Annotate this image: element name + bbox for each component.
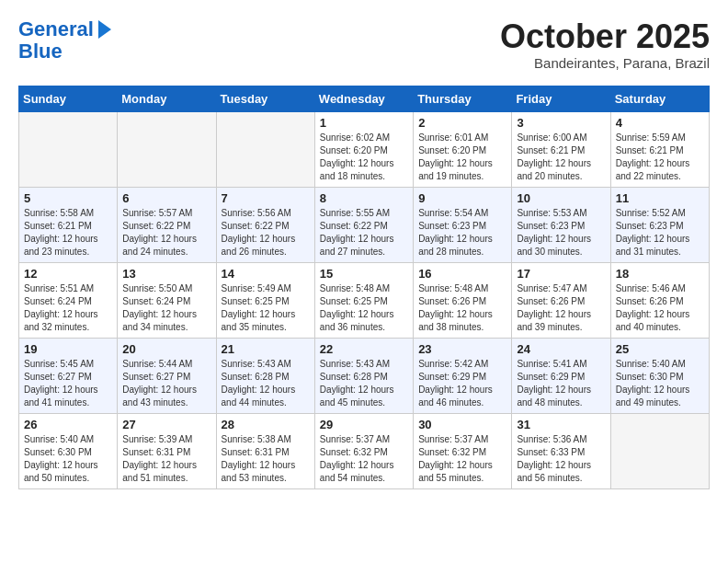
table-row: 14Sunrise: 5:49 AM Sunset: 6:25 PM Dayli… [216, 262, 314, 338]
day-number: 28 [222, 418, 310, 431]
month-title: October 2025 [500, 18, 710, 55]
logo-text-line1: General [18, 18, 94, 40]
table-row: 6Sunrise: 5:57 AM Sunset: 6:22 PM Daylig… [118, 187, 216, 262]
day-number: 29 [320, 418, 408, 431]
table-row: 8Sunrise: 5:55 AM Sunset: 6:22 PM Daylig… [314, 187, 413, 262]
location-subtitle: Bandeirantes, Parana, Brazil [500, 55, 710, 71]
table-row: 18Sunrise: 5:46 AM Sunset: 6:26 PM Dayli… [610, 262, 709, 338]
day-info: Sunrise: 5:42 AM Sunset: 6:29 PM Dayligh… [418, 358, 506, 409]
header-friday: Friday [512, 86, 610, 111]
day-info: Sunrise: 6:00 AM Sunset: 6:21 PM Dayligh… [517, 132, 605, 183]
day-number: 6 [122, 191, 210, 205]
day-number: 17 [517, 267, 605, 281]
day-info: Sunrise: 5:51 AM Sunset: 6:24 PM Dayligh… [24, 282, 112, 334]
table-row: 13Sunrise: 5:50 AM Sunset: 6:24 PM Dayli… [118, 262, 216, 338]
table-row: 2Sunrise: 6:01 AM Sunset: 6:20 PM Daylig… [414, 111, 512, 187]
day-info: Sunrise: 5:50 AM Sunset: 6:24 PM Dayligh… [122, 282, 210, 334]
header-monday: Monday [118, 86, 216, 111]
day-info: Sunrise: 6:02 AM Sunset: 6:20 PM Dayligh… [320, 132, 408, 183]
table-row: 12Sunrise: 5:51 AM Sunset: 6:24 PM Dayli… [19, 262, 118, 338]
table-row: 1Sunrise: 6:02 AM Sunset: 6:20 PM Daylig… [314, 111, 413, 187]
calendar-week-row: 5Sunrise: 5:58 AM Sunset: 6:21 PM Daylig… [19, 187, 710, 262]
header-saturday: Saturday [610, 86, 709, 111]
day-info: Sunrise: 5:58 AM Sunset: 6:21 PM Dayligh… [24, 207, 112, 259]
table-row: 19Sunrise: 5:45 AM Sunset: 6:27 PM Dayli… [19, 338, 118, 413]
table-row: 23Sunrise: 5:42 AM Sunset: 6:29 PM Dayli… [414, 338, 512, 413]
table-row: 5Sunrise: 5:58 AM Sunset: 6:21 PM Daylig… [19, 187, 118, 262]
day-info: Sunrise: 5:39 AM Sunset: 6:31 PM Dayligh… [122, 433, 210, 485]
day-number: 23 [418, 342, 506, 356]
calendar-week-row: 1Sunrise: 6:02 AM Sunset: 6:20 PM Daylig… [19, 111, 710, 187]
day-info: Sunrise: 5:44 AM Sunset: 6:27 PM Dayligh… [122, 358, 210, 409]
day-number: 16 [418, 267, 506, 281]
day-number: 20 [122, 342, 210, 356]
weekday-header-row: Sunday Monday Tuesday Wednesday Thursday… [19, 86, 710, 111]
day-info: Sunrise: 5:48 AM Sunset: 6:25 PM Dayligh… [320, 282, 408, 334]
header-tuesday: Tuesday [216, 86, 314, 111]
day-number: 25 [616, 342, 704, 356]
day-number: 10 [517, 191, 605, 205]
day-info: Sunrise: 5:43 AM Sunset: 6:28 PM Dayligh… [320, 358, 408, 409]
day-info: Sunrise: 5:40 AM Sunset: 6:30 PM Dayligh… [616, 358, 704, 409]
day-number: 22 [320, 342, 408, 356]
header-sunday: Sunday [19, 86, 118, 111]
day-number: 11 [616, 191, 704, 205]
day-number: 14 [222, 267, 310, 281]
logo: General Blue [18, 18, 111, 63]
table-row: 30Sunrise: 5:37 AM Sunset: 6:32 PM Dayli… [414, 413, 512, 488]
day-info: Sunrise: 5:37 AM Sunset: 6:32 PM Dayligh… [320, 433, 408, 485]
table-row: 9Sunrise: 5:54 AM Sunset: 6:23 PM Daylig… [414, 187, 512, 262]
table-row [610, 413, 709, 488]
day-number: 21 [222, 342, 310, 356]
day-info: Sunrise: 5:36 AM Sunset: 6:33 PM Dayligh… [517, 433, 605, 485]
day-number: 31 [517, 418, 605, 431]
table-row: 3Sunrise: 6:00 AM Sunset: 6:21 PM Daylig… [512, 111, 610, 187]
day-info: Sunrise: 5:59 AM Sunset: 6:21 PM Dayligh… [616, 132, 704, 183]
day-number: 13 [122, 267, 210, 281]
calendar-table: Sunday Monday Tuesday Wednesday Thursday… [18, 86, 710, 489]
day-number: 30 [418, 418, 506, 431]
day-info: Sunrise: 5:37 AM Sunset: 6:32 PM Dayligh… [418, 433, 506, 485]
day-info: Sunrise: 5:56 AM Sunset: 6:22 PM Dayligh… [222, 207, 310, 259]
day-number: 27 [122, 418, 210, 431]
logo-text-line2: Blue [18, 40, 63, 63]
day-info: Sunrise: 5:54 AM Sunset: 6:23 PM Dayligh… [418, 207, 506, 259]
day-info: Sunrise: 5:57 AM Sunset: 6:22 PM Dayligh… [122, 207, 210, 259]
day-number: 9 [418, 191, 506, 205]
table-row: 10Sunrise: 5:53 AM Sunset: 6:23 PM Dayli… [512, 187, 610, 262]
header-wednesday: Wednesday [314, 86, 413, 111]
day-number: 26 [24, 418, 112, 431]
page-header: General Blue October 2025 Bandeirantes, … [18, 18, 710, 71]
day-info: Sunrise: 5:46 AM Sunset: 6:26 PM Dayligh… [616, 282, 704, 334]
day-info: Sunrise: 5:40 AM Sunset: 6:30 PM Dayligh… [24, 433, 112, 485]
day-number: 12 [24, 267, 112, 281]
day-number: 5 [24, 191, 112, 205]
table-row: 20Sunrise: 5:44 AM Sunset: 6:27 PM Dayli… [118, 338, 216, 413]
day-number: 18 [616, 267, 704, 281]
day-info: Sunrise: 5:41 AM Sunset: 6:29 PM Dayligh… [517, 358, 605, 409]
day-number: 19 [24, 342, 112, 356]
day-info: Sunrise: 5:38 AM Sunset: 6:31 PM Dayligh… [222, 433, 310, 485]
table-row: 17Sunrise: 5:47 AM Sunset: 6:26 PM Dayli… [512, 262, 610, 338]
header-thursday: Thursday [414, 86, 512, 111]
table-row: 28Sunrise: 5:38 AM Sunset: 6:31 PM Dayli… [216, 413, 314, 488]
table-row [118, 111, 216, 187]
day-info: Sunrise: 5:55 AM Sunset: 6:22 PM Dayligh… [320, 207, 408, 259]
day-info: Sunrise: 5:48 AM Sunset: 6:26 PM Dayligh… [418, 282, 506, 334]
day-number: 1 [320, 116, 408, 130]
calendar-week-row: 12Sunrise: 5:51 AM Sunset: 6:24 PM Dayli… [19, 262, 710, 338]
table-row: 11Sunrise: 5:52 AM Sunset: 6:23 PM Dayli… [610, 187, 709, 262]
table-row: 7Sunrise: 5:56 AM Sunset: 6:22 PM Daylig… [216, 187, 314, 262]
day-number: 7 [222, 191, 310, 205]
table-row: 27Sunrise: 5:39 AM Sunset: 6:31 PM Dayli… [118, 413, 216, 488]
table-row: 4Sunrise: 5:59 AM Sunset: 6:21 PM Daylig… [610, 111, 709, 187]
table-row: 29Sunrise: 5:37 AM Sunset: 6:32 PM Dayli… [314, 413, 413, 488]
day-info: Sunrise: 5:43 AM Sunset: 6:28 PM Dayligh… [222, 358, 310, 409]
calendar-week-row: 26Sunrise: 5:40 AM Sunset: 6:30 PM Dayli… [19, 413, 710, 488]
table-row [216, 111, 314, 187]
day-number: 2 [418, 116, 506, 130]
day-number: 24 [517, 342, 605, 356]
calendar-week-row: 19Sunrise: 5:45 AM Sunset: 6:27 PM Dayli… [19, 338, 710, 413]
table-row: 21Sunrise: 5:43 AM Sunset: 6:28 PM Dayli… [216, 338, 314, 413]
day-info: Sunrise: 6:01 AM Sunset: 6:20 PM Dayligh… [418, 132, 506, 183]
